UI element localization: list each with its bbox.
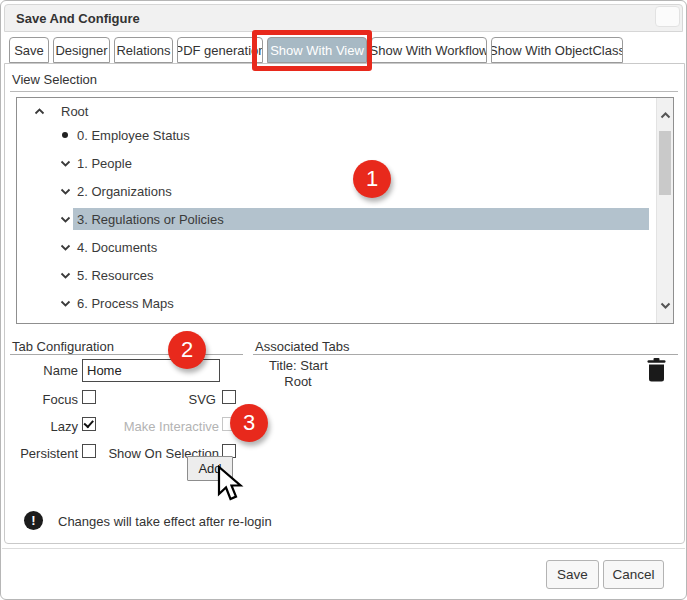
tree-scrollbar[interactable]	[656, 98, 673, 323]
tab-pdf-generation[interactable]: PDF generation	[177, 37, 263, 63]
focus-label: Focus	[10, 392, 78, 407]
chevron-up-icon	[31, 107, 47, 116]
lazy-checkbox[interactable]	[82, 417, 96, 431]
name-label: Name	[10, 363, 78, 378]
dialog-titlebar: Save And Configure	[4, 4, 683, 32]
tree-item-regulations-or-policies[interactable]: 3. Regulations or Policies	[17, 205, 673, 233]
associated-tabs-label: Associated Tabs	[255, 339, 349, 354]
scrollbar-thumb[interactable]	[659, 131, 671, 195]
annotation-badge-1: 1	[353, 160, 391, 198]
chevron-down-icon	[57, 215, 73, 224]
trash-icon[interactable]	[645, 358, 667, 384]
notice-text: Changes will take effect after re-login	[58, 514, 272, 529]
dialog-title: Save And Configure	[16, 11, 140, 26]
tree-item-label: Root	[61, 104, 88, 119]
mouse-cursor-icon	[216, 465, 248, 507]
chevron-down-icon	[57, 299, 73, 308]
tree-item-label: 5. Resources	[77, 268, 154, 283]
associated-tab-title: Title: Start	[269, 358, 328, 373]
tree-item-employee-status[interactable]: 0. Employee Status	[17, 121, 673, 149]
tab-show-with-workflow[interactable]: Show With Workflow	[371, 37, 487, 63]
tree-item-label: 4. Documents	[77, 240, 157, 255]
lazy-label: Lazy	[10, 419, 78, 434]
tree-item-people[interactable]: 1. People	[17, 149, 673, 177]
tree-item-label: 6. Process Maps	[77, 296, 174, 311]
tab-designer[interactable]: Designer	[53, 37, 110, 63]
scroll-up-icon[interactable]	[657, 111, 674, 120]
tree-item-organizations[interactable]: 2. Organizations	[17, 177, 673, 205]
chevron-down-icon	[57, 243, 73, 252]
tab-configuration-label: Tab Configuration	[12, 339, 114, 354]
focus-checkbox[interactable]	[82, 390, 96, 404]
warning-icon: !	[24, 511, 43, 530]
tab-content-panel: View Selection Root 0. Employee Status 1…	[4, 63, 685, 544]
chevron-down-icon	[57, 187, 73, 196]
tree-item-documents[interactable]: 4. Documents	[17, 233, 673, 261]
tab-strip: Save Designer Relations PDF generation S…	[9, 37, 623, 63]
footer-divider	[2, 548, 685, 549]
view-selection-divider	[10, 91, 678, 92]
associated-tabs-divider	[253, 354, 678, 355]
tree-item-root[interactable]: Root	[17, 101, 673, 121]
chevron-down-icon	[57, 159, 73, 168]
tree-item-resources[interactable]: 5. Resources	[17, 261, 673, 289]
tab-configuration-divider	[10, 354, 243, 355]
tab-relations[interactable]: Relations	[114, 37, 173, 63]
annotation-badge-3: 3	[230, 404, 268, 442]
tab-save[interactable]: Save	[9, 37, 49, 63]
tab-show-with-objectclass[interactable]: Show With ObjectClass	[491, 37, 623, 63]
save-button[interactable]: Save	[546, 560, 599, 589]
persistent-checkbox[interactable]	[82, 444, 96, 458]
make-interactive-label: Make Interactive	[100, 419, 219, 434]
tree-item-process-maps[interactable]: 6. Process Maps	[17, 289, 673, 317]
svg-label: SVG	[132, 392, 216, 407]
tree-item-label: 3. Regulations or Policies	[77, 212, 224, 227]
svg-checkbox[interactable]	[222, 390, 236, 404]
tab-show-with-view[interactable]: Show With View	[267, 37, 367, 63]
bullet-icon	[57, 132, 73, 138]
persistent-label: Persistent	[10, 446, 78, 461]
tree-item-label: 0. Employee Status	[77, 128, 190, 143]
tree-item-label: 2. Organizations	[77, 184, 172, 199]
cancel-button[interactable]: Cancel	[603, 560, 664, 589]
chevron-down-icon	[57, 271, 73, 280]
view-selection-tree: Root 0. Employee Status 1. People 2. Org…	[16, 97, 674, 324]
scroll-down-icon[interactable]	[657, 301, 674, 310]
annotation-badge-2: 2	[168, 331, 206, 369]
tree-item-label: 1. People	[77, 156, 132, 171]
view-selection-label: View Selection	[12, 72, 97, 87]
save-and-configure-dialog: Save And Configure Save Designer Relatio…	[0, 0, 687, 600]
associated-tab-subtitle: Root	[269, 374, 327, 389]
close-button[interactable]	[655, 6, 680, 27]
